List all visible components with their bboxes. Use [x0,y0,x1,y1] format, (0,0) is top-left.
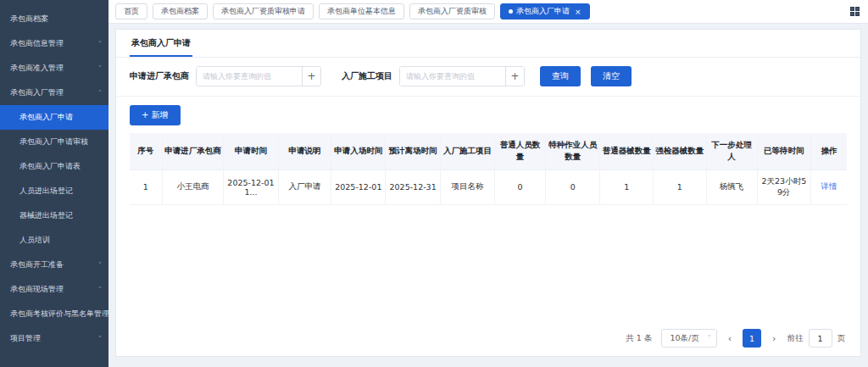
total-count: 共 1 条 [626,333,652,344]
col-normal-staff: 普通人员数量 [495,133,546,170]
panel-card: 承包商入厂申请 申请进厂承包商 + 入厂施工项目 + 查询 清空 + 新增 [115,29,861,357]
sidebar-item-entry-application-review[interactable]: 承包商入厂申请审核 [0,130,108,154]
sidebar-item-project-mgmt[interactable]: 项目管理˅ [0,326,108,351]
table-container: 序号 申请进厂承包商 申请时间 申请说明 申请入场时间 预计离场时间 入厂施工项… [116,133,860,205]
cell-next-handler: 杨慎飞 [706,170,757,204]
col-waited-time: 已等待时间 [757,133,810,170]
active-tab-dot-icon [509,9,513,14]
cell-special-staff: 0 [546,170,600,204]
main-area: 首页 承包商档案 承包商入厂资质审核申请 承包商单位基本信息 承包商入厂资质审核… [108,0,868,367]
chevron-down-icon: ˅ [98,335,102,342]
sidebar-item-contractor-site-mgmt[interactable]: 承包商现场管理˅ [0,277,108,302]
next-page-button[interactable]: › [771,333,777,344]
sidebar-item-contractor-archive[interactable]: 承包商档案 [0,7,108,31]
col-contractor: 申请进厂承包商 [162,133,224,170]
sidebar-item-personnel-inout-register[interactable]: 人员进出场登记 [0,179,108,203]
cell-contractor: 小王电商 [162,170,224,204]
tab-contractor-unit-basic-info[interactable]: 承包商单位基本信息 [319,3,404,19]
goto-page: 前往 页 [787,329,846,348]
sidebar-item-contractor-info-mgmt[interactable]: 承包商信息管理˅ [0,31,108,56]
sidebar-item-personnel-training[interactable]: 人员培训 [0,228,108,253]
cell-seq: 1 [130,170,162,204]
content-area: 承包商入厂申请 申请进厂承包商 + 入厂施工项目 + 查询 清空 + 新增 [108,24,868,367]
close-icon[interactable]: × [575,8,581,16]
prev-page-button[interactable]: ‹ [726,333,733,344]
apps-grid-icon[interactable] [850,7,860,16]
contractor-input-group: + [196,66,321,86]
sidebar-item-equipment-inout-register[interactable]: 器械进出场登记 [0,203,108,228]
col-inspect-equipment: 强检器械数量 [653,133,706,170]
col-special-staff: 特种作业人员数量 [546,133,600,170]
add-button[interactable]: + 新增 [130,105,181,125]
cell-normal-staff: 0 [495,170,546,204]
col-normal-equipment: 普通器械数量 [600,133,654,170]
tab-entry-qualification-review[interactable]: 承包商入厂资质审核 [409,3,495,19]
applications-table: 序号 申请进厂承包商 申请时间 申请说明 申请入场时间 预计离场时间 入厂施工项… [130,133,847,205]
tab-entry-qualification-review-application[interactable]: 承包商入厂资质审核申请 [213,3,314,19]
tab-home[interactable]: 首页 [115,3,147,19]
cell-inspect-equipment: 1 [653,170,706,204]
chevron-up-icon: ˄ [98,89,102,97]
cell-apply-desc: 入厂申请 [278,170,331,204]
contractor-search-input[interactable] [197,67,302,86]
tab-contractor-archive[interactable]: 承包商档案 [153,3,208,19]
chevron-down-icon: ˅ [98,286,102,293]
cell-apply-time: 2025-12-01 1... [224,170,278,204]
cell-action: 详情 [811,170,847,204]
cell-project: 项目名称 [440,170,494,204]
sidebar-item-entry-application[interactable]: 承包商入厂申请 [0,105,108,130]
sidebar-item-entry-application-form[interactable]: 承包商入厂申请表 [0,154,108,179]
sidebar-item-contractor-access-mgmt[interactable]: 承包商准入管理˅ [0,56,108,81]
toolbar: + 新增 [116,97,860,133]
top-tabbar: 首页 承包商档案 承包商入厂资质审核申请 承包商单位基本信息 承包商入厂资质审核… [108,0,868,24]
field-label-contractor: 申请进厂承包商 [130,70,189,82]
goto-suffix: 页 [837,333,846,344]
project-input-group: + [399,66,525,86]
panel-titlebar: 承包商入厂申请 [116,30,860,58]
goto-page-input[interactable] [809,329,832,348]
chevron-down-icon: ˅ [98,310,102,318]
col-leave-time: 预计离场时间 [386,133,440,170]
table-row: 1 小王电商 2025-12-01 1... 入厂申请 2025-12-01 2… [130,170,847,204]
empty-space [116,205,860,323]
col-apply-desc: 申请说明 [278,133,331,170]
clear-button[interactable]: 清空 [591,66,632,86]
cell-normal-equipment: 1 [600,170,654,204]
cell-leave-time: 2025-12-31 [386,170,440,204]
panel-title-tab[interactable]: 承包商入厂申请 [130,30,192,57]
cell-waited-time: 2天23小时59分 [757,170,810,204]
sidebar-item-contractor-startup-prep[interactable]: 承包商开工准备˅ [0,253,108,277]
goto-prefix: 前往 [787,333,804,344]
contractor-add-plus-icon[interactable]: + [302,67,320,86]
table-header-row: 序号 申请进厂承包商 申请时间 申请说明 申请入场时间 预计离场时间 入厂施工项… [130,133,847,170]
col-apply-time: 申请时间 [224,133,278,170]
chevron-down-icon: ˅ [98,40,102,47]
col-next-handler: 下一步处理人 [706,133,757,170]
sidebar: 承包商档案 承包商信息管理˅ 承包商准入管理˅ 承包商入厂管理˄ 承包商入厂申请… [0,0,108,367]
col-project: 入厂施工项目 [440,133,494,170]
col-enter-time: 申请入场时间 [331,133,386,170]
page-number-1[interactable]: 1 [743,329,761,348]
chevron-down-icon: ˅ [98,64,102,72]
project-search-input[interactable] [400,67,505,86]
page-size-select[interactable]: 10条/页 ˅ [661,329,716,348]
col-seq: 序号 [130,133,162,170]
col-action: 操作 [811,133,847,170]
detail-link[interactable]: 详情 [821,181,837,191]
field-label-project: 入厂施工项目 [342,70,392,82]
cell-enter-time: 2025-12-01 [331,170,386,204]
project-add-plus-icon[interactable]: + [505,67,524,86]
sidebar-item-contractor-entry-mgmt[interactable]: 承包商入厂管理˄ [0,81,108,105]
chevron-down-icon: ˅ [98,261,102,269]
tab-entry-application-active[interactable]: 承包商入厂申请 × [500,3,590,19]
sidebar-item-contractor-evaluation-blacklist[interactable]: 承包商考核评价与黑名单管理˅ [0,302,108,326]
pagination: 共 1 条 10条/页 ˅ ‹ 1 › 前往 页 [116,322,860,356]
chevron-down-icon: ˅ [708,335,711,342]
search-form: 申请进厂承包商 + 入厂施工项目 + 查询 清空 [116,58,860,97]
query-button[interactable]: 查询 [540,66,581,86]
